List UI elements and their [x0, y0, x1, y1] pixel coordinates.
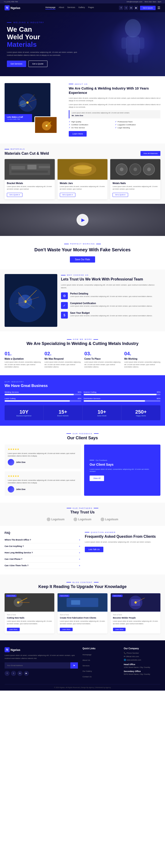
footer: N Ngelas Lorem ipsum dolor sit amet, con…	[0, 640, 165, 690]
material-name-2: Metals Nails	[112, 182, 158, 185]
blog-learn-button-2[interactable]: Learn More	[113, 628, 126, 631]
blog-post-desc-1: Lorem ipsum dolor sit amet, consectetur …	[60, 620, 105, 625]
partners-label: Our Partners	[5, 507, 160, 509]
counter-label-0: Business Experience	[7, 415, 41, 416]
why-item-1: ✓ Completed Certification Lorem ipsum do…	[61, 302, 160, 309]
spec-desc-1: Lorem ipsum dolor sit amet, consectetur …	[44, 361, 81, 368]
in-icon[interactable]: in	[129, 6, 133, 10]
material-name-0: Bracket Metals	[7, 182, 53, 185]
hero-line1: We Can	[7, 26, 32, 33]
blog-learn-button-0[interactable]: Learn More	[7, 628, 20, 631]
check-2: ✓Certified Certification	[69, 124, 114, 126]
faq-item-3[interactable]: Can I Get Phone ? +	[5, 556, 80, 562]
logo-text: Ngelas	[10, 6, 21, 10]
footer-link-2[interactable]: Services	[82, 665, 90, 667]
stars-0: ★★★★★	[8, 448, 78, 451]
nav-links: Homepage About Services Gallery Pages	[45, 6, 94, 9]
save-rate-button[interactable]: Save Our Rate	[70, 256, 95, 262]
footer-link-1[interactable]: About Us	[82, 659, 90, 661]
progress-val-0: 90%	[78, 391, 81, 393]
footer-tw-icon[interactable]: t	[11, 671, 16, 676]
nav-link-about[interactable]: About	[59, 6, 64, 9]
faq-right: Question Answer Frequently Asked Questio…	[85, 531, 160, 569]
footer-company: Our Company 📞 Phone Number ✉ Official In…	[124, 647, 160, 680]
fb-icon[interactable]: f	[119, 6, 123, 10]
progress-label-3: Distribution Services	[84, 398, 100, 400]
svg-point-29	[73, 166, 92, 169]
check-4: ✓On Time Service	[69, 127, 114, 129]
footer-link-0[interactable]: Homepage	[82, 654, 92, 656]
tw-icon[interactable]: t	[124, 6, 128, 10]
menu-icon[interactable]: ☰	[158, 6, 160, 10]
material-quote-button-2[interactable]: Get a Quote ➤	[112, 193, 128, 197]
footer-in-icon[interactable]: in	[18, 671, 23, 676]
counter-num-0: 10Y	[7, 409, 41, 415]
blog-learn-button-1[interactable]: Learn More	[60, 628, 73, 631]
svg-rect-5	[134, 54, 138, 63]
svg-point-36	[147, 167, 151, 171]
materials-header: Materials Can Cut & Weld View All Materi…	[5, 151, 160, 156]
footer-fb-icon[interactable]: f	[5, 671, 10, 676]
footer-addr-0: 📞 Phone Number	[124, 652, 160, 654]
hero-headline: We Can Weld Your Materials	[7, 26, 80, 48]
counter-2: 10+ Active Model	[82, 405, 122, 420]
material-name-1: Metalic Jars	[60, 182, 105, 185]
faq-description: Lorem ipsum dolor sit amet, consectetur …	[85, 541, 160, 544]
head-office-label: Head Office	[124, 663, 160, 665]
about-title: We Are Cutting & Welding Industry With 1…	[69, 86, 160, 95]
faq-arrow-3: +	[79, 558, 80, 560]
play-button[interactable]: ▶	[76, 214, 89, 226]
about-content: About Us We Are Cutting & Welding Indust…	[64, 83, 160, 137]
footer-quick-links: Quick Links Homepage About Us Services O…	[82, 647, 119, 680]
faq-accordion-title: FAQ	[5, 531, 80, 534]
faq-left: FAQ Where The Branch Office ? + Can Cut …	[5, 531, 80, 569]
spec-num-1: 02.	[44, 351, 81, 356]
faq-item-2[interactable]: How Long Welding Service ? +	[5, 550, 80, 556]
spec-num-2: 03.	[84, 351, 121, 356]
footer-bottom: © 2024 Ngelas. All Rights Reserved | Des…	[5, 684, 160, 688]
partner-logo-2: Logolsum	[101, 518, 118, 521]
fake-services-title: Don't Waste Your Money With Fake Service…	[5, 247, 160, 253]
footer-link-3[interactable]: Our Gallery	[82, 670, 92, 672]
stats-section: Our Industry We Have Great Business Weld…	[0, 375, 165, 426]
check-0: ✓High Quality	[69, 121, 114, 123]
nav-link-gallery[interactable]: Gallery	[78, 6, 85, 9]
progress-bars: Welding Services 90% Exterior Cutting 95…	[5, 391, 160, 402]
nav-link-services[interactable]: Services	[67, 6, 75, 9]
faq-item-0[interactable]: Where The Branch Office ? +	[5, 537, 80, 543]
faq-item-4[interactable]: Can I Give Them Tools ? +	[5, 562, 80, 569]
test-avatar-0	[8, 459, 14, 465]
progress-val-1: 95%	[157, 391, 160, 393]
get-quote-hero-button[interactable]: Get a Quote	[28, 61, 47, 67]
svg-point-14	[26, 101, 29, 104]
learn-more-about-button[interactable]: Learn More	[69, 131, 87, 136]
get-services-button[interactable]: Get Services	[7, 61, 26, 67]
newsletter-input[interactable]	[5, 662, 70, 669]
view-all-materials-button[interactable]: View All Materials	[140, 151, 160, 156]
svg-rect-24	[39, 166, 50, 168]
blog-meta-2: Tech & Tools	[113, 614, 158, 616]
blog-meta-0: Tech & Tools	[7, 614, 52, 616]
material-quote-button-1[interactable]: Get a Quote ➤	[60, 193, 75, 197]
about-checks: ✓High Quality ✓Professional Team ✓Certif…	[69, 121, 160, 129]
faq-item-1[interactable]: Can Cut Anything ? +	[5, 543, 80, 550]
material-quote-button-0[interactable]: Get a Quote ➤	[7, 193, 23, 197]
progress-label-0: Welding Services	[5, 391, 19, 393]
about-quote-box: Lorem ipsum dolor sit amet, consectetur …	[69, 110, 160, 118]
nav-link-pages[interactable]: Pages	[88, 6, 94, 9]
nav-link-homepage[interactable]: Homepage	[45, 6, 56, 9]
get-quote-nav-button[interactable]: Get A Quote	[140, 6, 156, 10]
view-all-testimonials-button[interactable]: View All	[90, 475, 104, 481]
spec-grid: 01. Make a Quotation Lorem ipsum dolor s…	[5, 351, 160, 368]
newsletter-submit-button[interactable]: ➤	[70, 662, 78, 669]
svg-point-59	[134, 601, 137, 603]
footer-link-4[interactable]: Contact Us	[82, 676, 92, 678]
footer-logo: N Ngelas	[5, 647, 78, 652]
svg-rect-46	[18, 297, 25, 306]
about-desc1: Lorem ipsum dolor sit amet, consectetur …	[69, 97, 160, 102]
footer-yt-icon[interactable]: ▶	[24, 671, 29, 676]
faq-contact-button[interactable]: Lets Talk Us	[85, 547, 103, 552]
yt-icon[interactable]: ▶	[134, 6, 138, 10]
footer-links-title: Quick Links	[82, 647, 119, 650]
materials-grid: Bracket Metals Lorem ipsum dolor sit ame…	[5, 159, 160, 199]
